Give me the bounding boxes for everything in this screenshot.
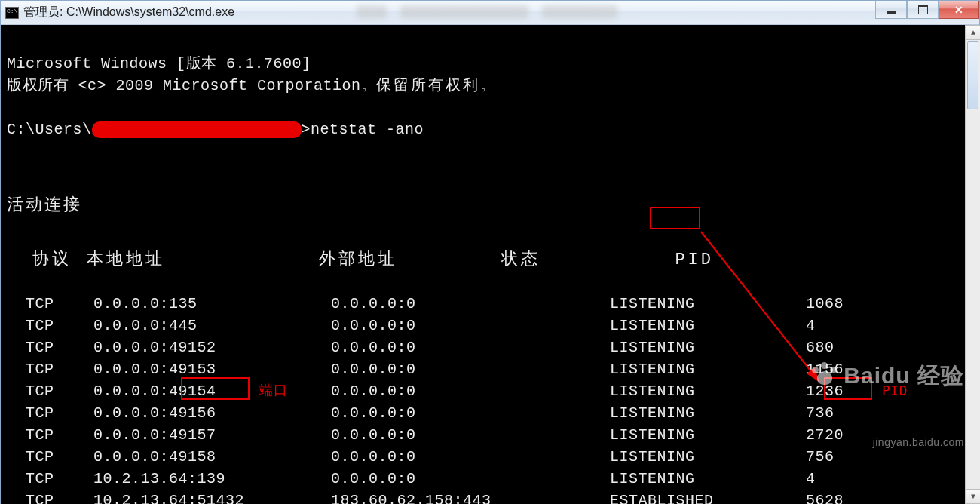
header-pid: PID [675,249,714,271]
table-header: 协议本地地址外部地址状态PID [7,249,973,271]
cell-foreign: 0.0.0.0:0 [331,315,610,337]
cell-pid: 4 [806,468,816,490]
cell-proto: TCP [26,293,93,315]
command-text: netstat -ano [311,121,424,138]
header-proto: 协议 [32,249,87,271]
cell-state: LISTENING [610,468,806,490]
table-row: TCP0.0.0.0:491520.0.0.0:0LISTENING680 [7,337,973,358]
cell-pid: 1156 [806,358,844,380]
table-row: TCP0.0.0.0:4450.0.0.0:0LISTENING4 [7,315,973,337]
scroll-thumb[interactable] [967,41,978,109]
cell-pid: 2720 [806,424,844,446]
section-title: 活动连接 [7,196,82,215]
table-rows: TCP0.0.0.0:1350.0.0.0:0LISTENING1068 TCP… [7,293,973,504]
table-row: TCP10.2.13.64:51432183.60.62.158:443ESTA… [7,490,973,504]
table-row: TCP0.0.0.0:491530.0.0.0:0LISTENING1156 [7,358,973,380]
table-row: TCP10.2.13.64:1390.0.0.0:0LISTENING4 [7,468,973,490]
cell-pid: 1236 [806,380,844,402]
cell-foreign: 0.0.0.0:0 [331,402,610,424]
cell-pid: 5628 [806,490,844,504]
cell-proto: TCP [26,424,93,446]
cell-foreign: 183.60.62.158:443 [331,490,610,504]
cell-state: LISTENING [610,358,806,380]
cell-local: 0.0.0.0:49153 [93,358,331,380]
terminal-body[interactable]: Microsoft Windows [版本 6.1.7600] 版权所有 <c>… [1,25,979,504]
redacted-username [92,121,302,138]
cell-proto: TCP [26,468,93,490]
cell-state: LISTENING [610,293,806,315]
cell-proto: TCP [26,402,93,424]
cell-state: LISTENING [610,424,806,446]
cell-foreign: 0.0.0.0:0 [331,468,610,490]
table-row: TCP0.0.0.0:491540.0.0.0:0LISTENING1236 [7,380,973,402]
cell-state: ESTABLISHED [610,490,806,504]
cell-foreign: 0.0.0.0:0 [331,337,610,358]
cell-pid: 680 [806,337,835,358]
cell-foreign: 0.0.0.0:0 [331,424,610,446]
header-state: 状态 [501,249,675,271]
scroll-track[interactable] [966,40,980,489]
window-title: 管理员: C:\Windows\system32\cmd.exe [23,5,234,20]
banner-line2a: 版权所有 <c> 2009 Microsoft Corporation。 [7,77,376,94]
cell-proto: TCP [26,446,93,468]
cell-proto: TCP [26,337,93,358]
cmd-window: 管理员: C:\Windows\system32\cmd.exe Microso… [0,0,980,504]
table-row: TCP0.0.0.0:491580.0.0.0:0LISTENING756 [7,446,973,468]
window-controls [875,1,979,19]
cell-proto: TCP [26,315,93,337]
cell-pid: 756 [806,446,835,468]
cell-local: 0.0.0.0:135 [93,293,331,315]
header-foreign: 外部地址 [319,249,501,271]
cell-local: 0.0.0.0:49154 [93,380,331,402]
cell-local: 0.0.0.0:49152 [93,337,331,358]
prompt-prefix: C:\Users\ [7,121,92,138]
header-local: 本地地址 [87,249,319,271]
cell-state: LISTENING [610,337,806,358]
table-row: TCP0.0.0.0:491560.0.0.0:0LISTENING736 [7,402,973,424]
cell-state: LISTENING [610,402,806,424]
cell-proto: TCP [26,380,93,402]
maximize-button[interactable] [907,1,939,19]
close-button[interactable] [939,1,979,19]
cell-local: 0.0.0.0:49157 [93,424,331,446]
cell-foreign: 0.0.0.0:0 [331,446,610,468]
cell-pid: 4 [806,315,816,337]
cell-foreign: 0.0.0.0:0 [331,293,610,315]
cmd-icon [5,7,19,19]
cell-local: 0.0.0.0:445 [93,315,331,337]
title-bar[interactable]: 管理员: C:\Windows\system32\cmd.exe [1,1,979,25]
scroll-down-button[interactable]: ▼ [966,489,980,504]
cell-foreign: 0.0.0.0:0 [331,380,610,402]
cell-state: LISTENING [610,380,806,402]
cell-proto: TCP [26,358,93,380]
cell-state: LISTENING [610,315,806,337]
blurred-text [357,4,617,20]
cell-proto: TCP [26,490,93,504]
cell-local: 10.2.13.64:139 [93,468,331,490]
cell-local: 10.2.13.64:51432 [93,490,331,504]
table-row: TCP0.0.0.0:1350.0.0.0:0LISTENING1068 [7,293,973,315]
table-row: TCP0.0.0.0:491570.0.0.0:0LISTENING2720 [7,424,973,446]
cell-foreign: 0.0.0.0:0 [331,358,610,380]
minimize-button[interactable] [875,1,907,19]
vertical-scrollbar[interactable]: ▲ ▼ [965,25,980,504]
banner-line1: Microsoft Windows [版本 6.1.7600] [7,55,311,72]
banner-line2b: 保留所有权利。 [376,77,498,94]
scroll-up-button[interactable]: ▲ [966,25,980,40]
cell-pid: 1068 [806,293,844,315]
cell-local: 0.0.0.0:49156 [93,402,331,424]
cell-local: 0.0.0.0:49158 [93,446,331,468]
cell-state: LISTENING [610,446,806,468]
cell-pid: 736 [806,402,835,424]
